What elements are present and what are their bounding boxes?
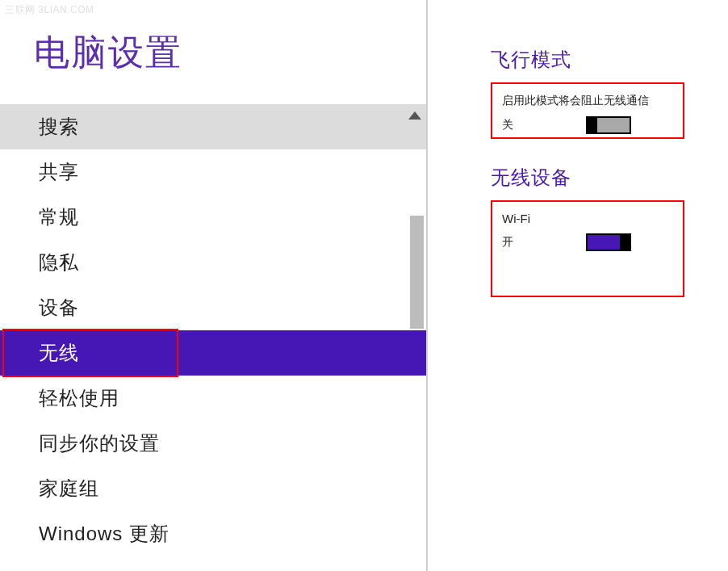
sidebar-item-devices[interactable]: 设备 [0, 285, 426, 330]
wireless-devices-box: Wi-Fi 开 [491, 200, 684, 297]
scroll-up-arrow-icon[interactable] [408, 111, 421, 120]
toggle-knob [620, 233, 631, 251]
wifi-toggle-row: 开 [502, 233, 670, 251]
sidebar-item-privacy[interactable]: 隐私 [0, 240, 426, 285]
wifi-state-label: 开 [502, 235, 518, 250]
sidebar-item-ease-of-access[interactable]: 轻松使用 [0, 376, 426, 421]
wireless-devices-section: 无线设备 Wi-Fi 开 [491, 165, 712, 297]
sidebar-item-homegroup[interactable]: 家庭组 [0, 466, 426, 511]
sidebar-item-wireless[interactable]: 无线 [0, 330, 426, 376]
airplane-mode-title: 飞行模式 [491, 47, 712, 73]
airplane-mode-state-label: 关 [502, 118, 518, 132]
sidebar-item-sync-settings[interactable]: 同步你的设置 [0, 421, 426, 466]
app-layout: 电脑设置 搜索 共享 常规 隐私 设备 无线 轻松使用 同步你的设置 家庭组 W… [0, 0, 728, 571]
toggle-knob [586, 116, 597, 134]
nav-list: 搜索 共享 常规 隐私 设备 无线 轻松使用 同步你的设置 家庭组 Window… [0, 104, 426, 571]
airplane-mode-description: 启用此模式将会阻止无线通信 [502, 94, 670, 108]
airplane-mode-toggle[interactable] [586, 116, 631, 134]
sidebar-item-general[interactable]: 常规 [0, 195, 426, 240]
airplane-mode-section: 飞行模式 启用此模式将会阻止无线通信 关 [491, 47, 712, 139]
wifi-toggle[interactable] [586, 233, 631, 251]
content-pane: 飞行模式 启用此模式将会阻止无线通信 关 无线设备 Wi-Fi 开 [428, 0, 728, 571]
wifi-label: Wi-Fi [502, 212, 670, 225]
airplane-mode-box: 启用此模式将会阻止无线通信 关 [491, 82, 684, 139]
wireless-devices-title: 无线设备 [491, 165, 712, 191]
sidebar-item-search[interactable]: 搜索 [0, 104, 426, 149]
sidebar-item-windows-update[interactable]: Windows 更新 [0, 511, 426, 556]
scrollbar-thumb[interactable] [410, 216, 424, 329]
airplane-mode-toggle-row: 关 [502, 116, 670, 134]
page-title: 电脑设置 [0, 0, 426, 104]
sidebar-item-share[interactable]: 共享 [0, 149, 426, 195]
sidebar: 电脑设置 搜索 共享 常规 隐私 设备 无线 轻松使用 同步你的设置 家庭组 W… [0, 0, 428, 571]
